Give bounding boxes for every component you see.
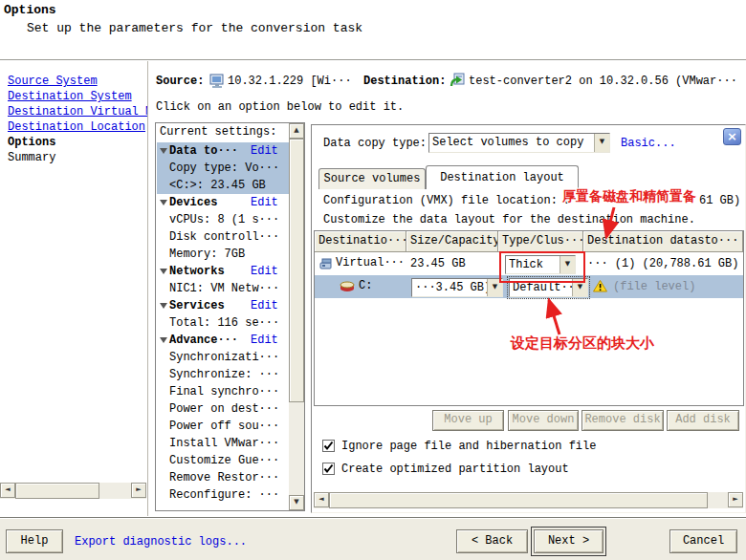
settings-item[interactable]: Total: 116 se··· (157, 314, 289, 332)
settings-item[interactable]: Copy type: Vo··· (157, 160, 289, 177)
nav-step-destination-system[interactable]: Destination System (8, 89, 147, 104)
panel-horizontal-scrollbar[interactable]: ◄ ► (314, 492, 743, 508)
column-header-destination[interactable]: Destinatio··· (315, 231, 406, 252)
virtual-disk-icon (318, 258, 333, 274)
edit-link[interactable]: Edit (251, 332, 278, 349)
settings-item-label: <C:>: 23.45 GB (169, 177, 266, 194)
settings-item-label: Total: 116 se··· (169, 314, 279, 332)
settings-item[interactable]: Customize Gue··· (157, 452, 289, 469)
data-copy-options-panel: × Data copy type: Select volumes to copy… (311, 124, 746, 513)
settings-item-label: Customize Gue··· (169, 452, 279, 469)
settings-item[interactable]: Advance··· Edit (157, 332, 289, 349)
settings-item-label: vCPUs: 8 (1 s··· (169, 211, 279, 228)
settings-item-label: Copy type: Vo··· (169, 160, 279, 177)
settings-item[interactable]: Install VMwar··· (157, 435, 289, 452)
config-file-location-end: 61 GB) (699, 194, 740, 207)
settings-item-label: Synchronize: ··· (169, 366, 279, 383)
nav-step-source-system[interactable]: Source System (8, 74, 147, 89)
settings-item[interactable]: Data to··· Edit (157, 142, 289, 160)
column-header-type[interactable]: Type/Clus··· (498, 231, 583, 252)
nav-step-options: Options (8, 135, 147, 150)
settings-vertical-scrollbar[interactable]: ▲ ▼ (289, 123, 304, 510)
converter-options-window: Options Set up the parameters for the co… (0, 0, 746, 560)
annotation-provision-text: 厚置备磁盘和精简置备 (562, 188, 696, 205)
volume-name: C: (359, 279, 372, 292)
data-copy-type-select[interactable]: Select volumes to copy ▼ (428, 133, 610, 153)
close-icon[interactable]: × (723, 128, 741, 145)
settings-item[interactable]: Power off sou··· (157, 418, 289, 435)
settings-item[interactable]: Disk controll··· (157, 228, 289, 246)
edit-link[interactable]: Edit (251, 263, 278, 280)
export-logs-link[interactable]: Export diagnostic logs... (75, 535, 247, 549)
remove-disk-button[interactable]: Remove disk (581, 410, 664, 431)
settings-title: Current settings: (160, 125, 276, 139)
settings-item[interactable]: <C:>: 23.45 GB (157, 177, 289, 194)
tab-destination-layout[interactable]: Destination layout (426, 165, 579, 189)
annotation-cluster-text: 设定目标分区的块大小 (511, 334, 654, 353)
edit-link[interactable]: Edit (251, 297, 278, 314)
scroll-left-icon[interactable]: ◄ (314, 492, 329, 507)
settings-item[interactable]: vCPUs: 8 (1 s··· (157, 211, 289, 228)
column-header-size[interactable]: Size/Capacity (406, 231, 498, 252)
next-button[interactable]: Next > (534, 529, 603, 553)
source-label: Source: (156, 75, 204, 88)
scroll-up-icon[interactable]: ▲ (289, 123, 304, 139)
help-button[interactable]: Help (6, 529, 63, 553)
settings-item-label: Power on dest··· (169, 400, 279, 418)
data-copy-type-label: Data copy type: (323, 137, 427, 150)
tab-source-volumes[interactable]: Source volumes (318, 168, 426, 189)
nav-step-destination-virtual-m[interactable]: Destination Virtual M (8, 104, 147, 119)
column-header-datastore[interactable]: Destination datasto··· (583, 231, 743, 252)
ignore-pagefile-checkbox[interactable] (322, 440, 335, 452)
settings-item[interactable]: Networks Edit (157, 263, 289, 280)
settings-item[interactable]: Power on dest··· (157, 400, 289, 418)
scroll-left-icon[interactable]: ◄ (0, 483, 15, 498)
volume-size-select[interactable]: ···3.45 GB) ▼ (411, 278, 503, 297)
nav-step-destination-location[interactable]: Destination Location (8, 119, 147, 135)
basic-link[interactable]: Basic... (621, 137, 676, 150)
settings-item[interactable]: Synchronize: ··· (157, 366, 289, 383)
nav-scroll-thumb[interactable] (15, 483, 99, 499)
add-disk-button[interactable]: Add disk (667, 410, 739, 431)
page-title: Options (4, 3, 56, 17)
scroll-right-icon[interactable]: ► (131, 483, 146, 498)
edit-link[interactable]: Edit (251, 194, 278, 211)
settings-scroll-thumb[interactable] (289, 139, 304, 402)
collapse-arrow-icon[interactable] (160, 148, 167, 154)
collapse-arrow-icon[interactable] (160, 200, 167, 205)
move-up-button[interactable]: Move up (432, 410, 504, 431)
disk-datastore: ··· (1) (20,788.61 GB) (587, 257, 738, 270)
scroll-right-icon[interactable]: ► (728, 492, 743, 507)
settings-item[interactable]: Services Edit (157, 297, 289, 314)
edit-link[interactable]: Edit (251, 142, 278, 160)
cancel-button[interactable]: Cancel (669, 529, 737, 553)
settings-item[interactable]: Reconfigure: ··· (157, 486, 289, 504)
collapse-arrow-icon[interactable] (160, 269, 167, 274)
panel-scroll-thumb[interactable] (329, 492, 708, 508)
settings-item-label: Power off sou··· (169, 418, 279, 435)
ignore-pagefile-label: Ignore page file and hibernation file (341, 440, 596, 453)
settings-item[interactable]: Devices Edit (157, 194, 289, 211)
settings-item-label: Devices (169, 194, 217, 211)
collapse-arrow-icon[interactable] (160, 303, 167, 309)
settings-item[interactable]: Synchronizati··· (157, 349, 289, 366)
optimized-partition-checkbox[interactable] (322, 463, 335, 475)
settings-item-label: Memory: 7GB (169, 246, 245, 263)
computer-icon (209, 74, 225, 92)
settings-list: Data to··· Edit Copy type: Vo··· <C:>: 2… (157, 142, 289, 504)
config-file-location: Configuration (VMX) file location: d (323, 194, 571, 207)
settings-item[interactable]: Remove Restor··· (157, 469, 289, 486)
settings-item-label: Advance··· (169, 332, 238, 349)
settings-item[interactable]: Final synchro··· (157, 383, 289, 400)
warning-icon (593, 280, 607, 296)
scroll-down-icon[interactable]: ▼ (289, 495, 304, 510)
back-button[interactable]: < Back (456, 529, 528, 553)
partition-icon (340, 281, 355, 296)
settings-item[interactable]: NIC1: VM Netw··· (157, 280, 289, 297)
nav-horizontal-scrollbar[interactable]: ◄ ► (0, 483, 146, 499)
collapse-arrow-icon[interactable] (160, 337, 167, 343)
chevron-down-icon[interactable]: ▼ (594, 134, 609, 152)
move-down-button[interactable]: Move down (508, 410, 579, 431)
destination-label: Destination: (363, 75, 446, 88)
settings-item[interactable]: Memory: 7GB (157, 246, 289, 263)
